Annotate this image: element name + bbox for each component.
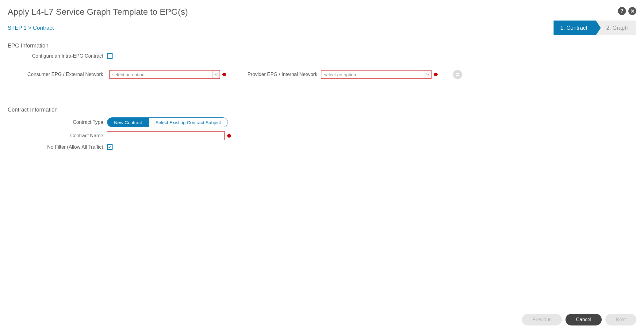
intra-epg-label: Configure an Intra-EPG Contract:: [8, 53, 107, 59]
row-no-filter: No Filter (Allow All Traffic):: [8, 144, 636, 150]
row-contract-type: Contract Type: New Contract Select Exist…: [8, 117, 636, 127]
provider-epg-select[interactable]: select an option: [321, 70, 431, 79]
header: Apply L4-L7 Service Graph Template to EP…: [0, 0, 644, 21]
contract-type-existing[interactable]: Select Existing Contract Subject: [149, 118, 228, 127]
close-icon[interactable]: ✕: [628, 7, 636, 15]
contract-type-new-label: New Contract: [114, 120, 142, 125]
step-graph[interactable]: 2. Graph: [596, 21, 636, 35]
next-button-label: Next: [616, 317, 626, 322]
footer: Previous Cancel Next: [0, 309, 644, 331]
no-filter-checkbox[interactable]: [107, 144, 113, 150]
contract-section: Contract Information Contract Type: New …: [8, 107, 636, 150]
error-icon: [227, 134, 231, 138]
error-icon: [434, 73, 438, 76]
content: EPG Information Configure an Intra-EPG C…: [0, 43, 644, 150]
row-intra-epg: Configure an Intra-EPG Contract:: [8, 53, 636, 59]
chevron-down-icon: [212, 70, 220, 78]
provider-epg-wrap: select an option: [321, 70, 438, 79]
no-filter-label: No Filter (Allow All Traffic):: [8, 144, 107, 150]
help-icon[interactable]: ?: [618, 7, 626, 15]
previous-button-label: Previous: [532, 317, 551, 322]
intra-epg-checkbox[interactable]: [107, 53, 113, 59]
contract-name-label: Contract Name:: [8, 133, 107, 139]
row-contract-name: Contract Name:: [8, 131, 636, 140]
consumer-epg-select[interactable]: select an option: [109, 70, 220, 79]
error-icon: [222, 73, 226, 76]
step-graph-label: 2. Graph: [606, 25, 628, 31]
consumer-epg-label: Consumer EPG / External Network:: [8, 72, 107, 77]
epg-section-title: EPG Information: [8, 43, 636, 49]
cancel-button-label: Cancel: [576, 317, 591, 322]
provider-epg-placeholder: select an option: [321, 72, 424, 77]
contract-name-input[interactable]: [107, 131, 225, 140]
contract-type-toggle: New Contract Select Existing Contract Su…: [107, 117, 228, 127]
cancel-button[interactable]: Cancel: [565, 314, 602, 325]
contract-type-label: Contract Type:: [8, 120, 107, 125]
consumer-epg-placeholder: select an option: [110, 72, 212, 77]
provider-epg-label: Provider EPG / Internal Network:: [247, 72, 319, 77]
next-button[interactable]: Next: [605, 314, 636, 325]
chevron-down-icon: [424, 70, 431, 78]
step-contract[interactable]: 1. Contract: [554, 21, 596, 35]
header-icons: ? ✕: [618, 7, 636, 15]
subheader: STEP 1 > Contract 1. Contract 2. Graph: [0, 21, 644, 41]
epg-selectors-row: Consumer EPG / External Network: select …: [8, 70, 636, 79]
step-contract-label: 1. Contract: [560, 25, 587, 31]
consumer-epg-wrap: select an option: [109, 70, 226, 79]
previous-button[interactable]: Previous: [522, 314, 562, 325]
contract-section-title: Contract Information: [8, 107, 636, 113]
swap-icon[interactable]: [453, 70, 462, 79]
wizard-steps: 1. Contract 2. Graph: [554, 21, 636, 35]
breadcrumb: STEP 1 > Contract: [8, 25, 54, 31]
contract-type-new[interactable]: New Contract: [107, 118, 149, 127]
dialog: Apply L4-L7 Service Graph Template to EP…: [0, 0, 644, 331]
dialog-title: Apply L4-L7 Service Graph Template to EP…: [8, 7, 618, 17]
contract-type-existing-label: Select Existing Contract Subject: [155, 120, 221, 125]
